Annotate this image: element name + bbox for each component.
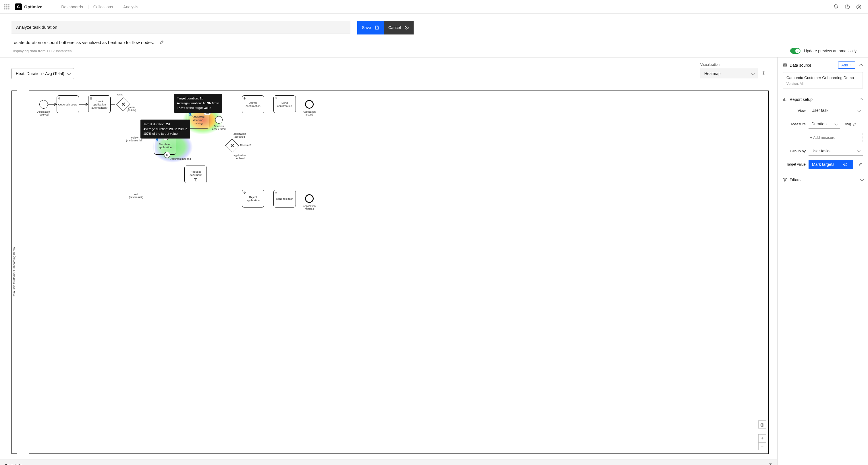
data-source-title: Data source [789, 63, 811, 67]
svg-point-7 [6, 8, 7, 9]
data-source-card-title: Camunda Customer Onboarding Demo [786, 75, 859, 81]
data-source-card-version: Version: All [786, 82, 859, 86]
task-get-credit-score[interactable]: ⚙Get credit score [57, 95, 79, 113]
task-deliver-confirmation[interactable]: ⚙Deliver confirmation [242, 95, 264, 113]
gateway-decision-label: Decision? [240, 144, 252, 147]
add-data-source-button[interactable]: Add+ [838, 61, 855, 69]
notifications-icon[interactable] [830, 1, 842, 13]
start-event-label: Application received [35, 110, 52, 116]
edit-targets-icon[interactable] [858, 162, 863, 167]
help-icon[interactable] [842, 1, 853, 13]
add-measure-button[interactable]: + Add measure [783, 133, 863, 142]
nav-analysis[interactable]: Analysis [118, 5, 143, 9]
task-check-application[interactable]: ▤Check application automatically [88, 95, 111, 113]
report-setup-title: Report setup [789, 97, 812, 102]
evt-document-needed-label: Document needed [170, 157, 191, 161]
svg-point-0 [4, 4, 5, 5]
expand-filters-icon[interactable] [860, 177, 863, 182]
report-description: Locate duration or count bottlenecks vis… [11, 40, 154, 45]
svg-point-12 [858, 5, 860, 7]
nav-dashboards[interactable]: Dashboards [56, 5, 88, 9]
evt-decision-accelerated-label: Decision accelerated [210, 125, 227, 130]
measure-label: Measure [783, 122, 806, 126]
view-select[interactable]: User task [809, 106, 863, 115]
svg-point-8 [8, 8, 9, 9]
end-event-rejected[interactable] [305, 194, 314, 203]
svg-point-25 [845, 164, 846, 165]
aggregation-edit[interactable]: Avg [845, 122, 857, 126]
tooltip-decide: Target duration: 2d Average duration: 2d… [141, 120, 190, 139]
data-source-icon [783, 63, 787, 67]
edit-description-icon[interactable] [160, 40, 164, 45]
target-value-label: Target value [783, 163, 806, 166]
end-event-rejected-label: Application rejected [301, 205, 318, 210]
task-send-rejection[interactable]: ✉Send rejection [273, 190, 296, 207]
edge-green: green (no risk) [127, 106, 136, 112]
collapse-report-setup-icon[interactable] [860, 97, 863, 102]
group-by-label: Group by [783, 149, 806, 153]
task-reject-application[interactable]: ⚙Reject application [242, 190, 264, 207]
heat-dropdown-label: Heat: Duration - Avg (Total) [16, 71, 64, 76]
update-preview-label: Update preview automatically [804, 49, 857, 53]
sidebar-footer: Displaying data from 1117 of 3753 instan… [777, 462, 868, 465]
task-send-confirmation[interactable]: ✉Send confirmation [273, 95, 296, 113]
visualization-label: Visualization [700, 63, 719, 67]
gateway-decision[interactable]: ✕ [225, 139, 239, 153]
chevron-down-icon [751, 71, 754, 76]
svg-point-14 [763, 72, 764, 74]
brand-logo: C [15, 3, 22, 10]
view-label: View [783, 108, 806, 113]
save-button[interactable]: Save [357, 21, 384, 34]
cancel-icon [404, 25, 409, 30]
end-event-issued[interactable] [305, 100, 314, 109]
edge-declined: application declined [234, 154, 246, 160]
visualization-select[interactable]: Heatmap [700, 68, 758, 79]
pool-label: Camunda Customer Onboarding Demo [11, 90, 17, 454]
filters-title: Filters [789, 177, 801, 182]
save-label: Save [362, 25, 371, 30]
cancel-label: Cancel [388, 25, 401, 30]
collapse-data-source-icon[interactable] [860, 63, 863, 67]
end-event-issued-label: Application issued [301, 110, 318, 116]
filters-icon [783, 177, 787, 182]
intermediate-event-decision-accelerated[interactable] [215, 116, 223, 123]
measure-select[interactable]: Duration [809, 119, 840, 129]
svg-point-3 [4, 6, 5, 7]
profile-icon[interactable] [853, 1, 865, 13]
save-icon [375, 25, 379, 30]
brand-name: Optimize [24, 4, 42, 9]
boundary-event-document[interactable]: ✉ [164, 152, 170, 158]
svg-point-6 [4, 8, 5, 9]
visualization-value: Heatmap [704, 71, 721, 76]
zoom-in-button[interactable]: + [758, 434, 766, 442]
edge-red: red (severe risk) [129, 193, 143, 199]
zoom-out-button[interactable]: − [758, 442, 766, 451]
mark-targets-button[interactable]: Mark targets [809, 160, 853, 169]
svg-point-5 [8, 6, 9, 7]
gateway-risk-label: Risk? [117, 93, 124, 96]
subprocess-request-document[interactable]: Request document+ [184, 166, 207, 183]
update-preview-toggle[interactable]: ✓ [790, 48, 801, 54]
bpmn-diagram[interactable]: Camunda Customer Onboarding Demo [11, 84, 769, 454]
eye-icon [843, 162, 847, 167]
report-setup-icon [783, 97, 787, 102]
nav-collections[interactable]: Collections [88, 5, 118, 9]
svg-point-2 [8, 4, 9, 5]
group-by-select[interactable]: User tasks [809, 146, 863, 156]
report-title-input[interactable] [11, 21, 350, 34]
svg-point-1 [6, 4, 7, 5]
svg-point-4 [6, 6, 7, 7]
raw-data-label: Raw data [5, 463, 22, 465]
heat-dropdown[interactable]: Heat: Duration - Avg (Total) [11, 68, 74, 79]
visualization-settings-icon[interactable] [761, 71, 766, 79]
tooltip-accelerate: Target duration: 1d Average duration: 1d… [174, 94, 222, 113]
app-switcher-icon[interactable] [3, 3, 10, 10]
raw-data-toggle-icon[interactable] [768, 463, 773, 465]
data-source-card[interactable]: Camunda Customer Onboarding Demo Version… [783, 72, 863, 89]
start-event[interactable] [39, 100, 48, 109]
svg-point-10 [847, 8, 847, 8]
edge-accepted: application accepted [234, 133, 246, 138]
cancel-button[interactable]: Cancel [384, 21, 413, 34]
instances-note: Displaying data from 1117 instances. [11, 49, 73, 53]
recenter-button[interactable]: ◎ [758, 420, 766, 429]
